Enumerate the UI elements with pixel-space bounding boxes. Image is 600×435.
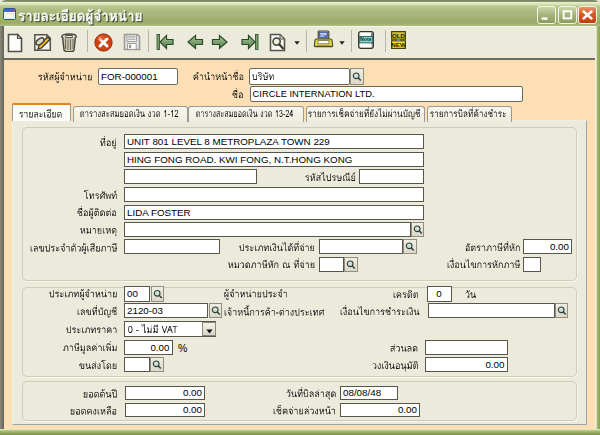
svg-text:NEW: NEW	[391, 41, 406, 48]
svg-text:Note: Note	[360, 36, 372, 42]
svg-text:OLD: OLD	[392, 31, 406, 38]
